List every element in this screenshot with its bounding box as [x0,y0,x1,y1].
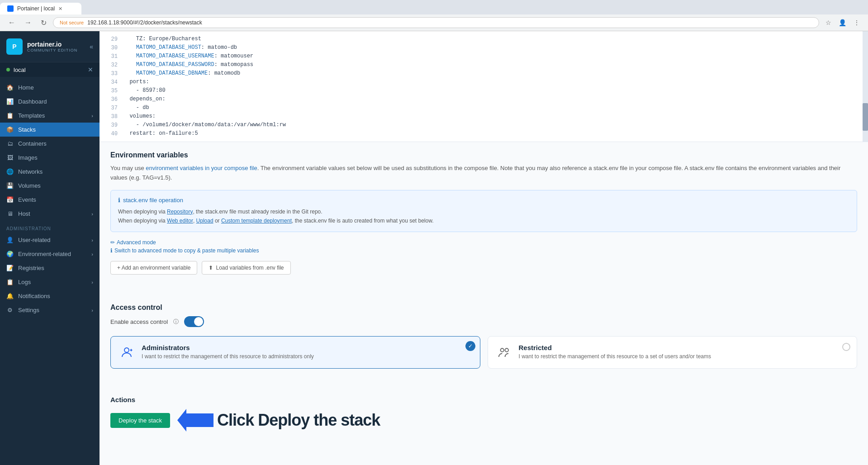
back-button[interactable]: ← [5,18,18,28]
env-vars-desc: You may use environment variables in you… [110,164,857,183]
code-line-40: 40 restart: on-failure:5 [105,129,863,138]
sidebar-item-stacks[interactable]: 📦 Stacks [0,123,100,137]
active-tab[interactable]: Portainer | local ✕ [0,3,81,14]
toggle-knob [194,317,203,326]
dashboard-icon: 📊 [6,98,14,105]
sidebar-item-label: Templates [18,112,87,119]
main-content: 29 TZ: Europe/Bucharest 30 MATOMO_DATABA… [100,31,868,465]
switch-icon: ℹ [110,247,113,254]
containers-icon: 🗂 [6,140,14,147]
sidebar-logo-text: portainer.io COMMUNITY EDITION [27,41,77,52]
svg-point-4 [505,349,508,352]
web-editor-link[interactable]: Web editor [167,218,193,224]
chevron-down-icon: › [91,251,93,257]
env-close-button[interactable]: ✕ [88,66,93,73]
env-vars-buttons: + Add an environment variable ⬆ Load var… [110,261,857,275]
code-editor: 29 TZ: Europe/Bucharest 30 MATOMO_DATABA… [100,31,868,142]
sidebar-item-events[interactable]: 📅 Events [0,193,100,207]
code-line-33: 33 MATOMO_DATABASE_DBNAME: matomodb [105,69,863,78]
logs-icon: 📋 [6,279,14,285]
bookmark-button[interactable]: ☆ [823,18,834,27]
info-icon: ℹ [118,197,120,204]
access-control-toggle[interactable] [184,316,204,327]
env-info: local [6,66,26,73]
sidebar-collapse-button[interactable]: « [90,43,93,50]
code-line-38: 38 volumes: [105,112,863,121]
editor-scrollbar[interactable] [863,31,868,142]
sidebar-item-containers[interactable]: 🗂 Containers [0,137,100,151]
advanced-mode-link[interactable]: ✏ Advanced mode [110,239,857,246]
load-env-file-button[interactable]: ⬆ Load variables from .env file [202,261,290,275]
annotation-text: Click Deploy the stack [217,411,380,430]
registries-icon: 📝 [6,265,14,271]
reload-button[interactable]: ↻ [38,18,49,28]
address-bar[interactable]: Not secure 192.168.1.18:9000/#!/2/docker… [53,17,819,28]
sidebar-item-templates[interactable]: 📋 Templates › [0,109,100,123]
administrators-icon [118,344,135,361]
code-line-37: 37 - db [105,104,863,112]
code-line-31: 31 MATOMO_DATABASE_USERNAME: matomouser [105,52,863,61]
sidebar-item-dashboard[interactable]: 📊 Dashboard [0,95,100,109]
access-control-title: Access control [110,304,857,312]
env-vars-title: Environment variables [110,151,857,159]
code-line-29: 29 TZ: Europe/Bucharest [105,35,863,43]
sidebar-item-label: Registries [18,265,93,271]
actions-section: Actions Deploy the stack Click Deploy th… [100,389,868,442]
tab-title: Portainer | local [17,5,55,12]
arrow-annotation-icon [177,409,213,432]
deploy-stack-button[interactable]: Deploy the stack [110,413,170,428]
chevron-down-icon: › [91,308,93,313]
sidebar-item-logs[interactable]: 📋 Logs › [0,275,100,289]
add-env-variable-button[interactable]: + Add an environment variable [110,261,197,275]
browser-toolbar: ← → ↻ Not secure 192.168.1.18:9000/#!/2/… [0,14,868,31]
sidebar-item-volumes[interactable]: 💾 Volumes [0,179,100,193]
settings-icon: ⚙ [6,307,14,313]
user-icon: 👤 [6,237,14,243]
actions-title: Actions [110,396,857,403]
sidebar-item-registries[interactable]: 📝 Registries [0,261,100,275]
sidebar-item-home[interactable]: 🏠 Home [0,81,100,95]
portainer-logo-icon: P [6,38,23,55]
switch-mode-link[interactable]: ℹ Switch to advanced mode to copy & past… [110,247,857,254]
forward-button[interactable]: → [22,18,34,28]
url-display: 192.168.1.18:9000/#!/2/docker/stacks/new… [87,19,202,26]
deploy-annotation: Click Deploy the stack [177,409,380,432]
administrators-title: Administrators [142,344,314,351]
sidebar-item-notifications[interactable]: 🔔 Notifications [0,289,100,303]
tab-close-button[interactable]: ✕ [58,6,62,12]
access-control-help-icon: ⓘ [173,318,179,326]
upload-link[interactable]: Upload [196,218,213,224]
svg-point-0 [124,348,129,352]
sidebar-item-environment-related[interactable]: 🌍 Environment-related › [0,247,100,261]
sidebar-item-settings[interactable]: ⚙ Settings › [0,303,100,317]
administrators-info: Administrators I want to restrict the ma… [142,344,314,360]
volumes-icon: 💾 [6,182,14,189]
code-line-30: 30 MATOMO_DATABASE_HOST: matomo-db [105,43,863,52]
restricted-desc: I want to restrict the management of thi… [519,353,711,360]
sidebar-item-label: Home [18,84,93,91]
sidebar-item-label: Images [18,154,93,161]
administrators-desc: I want to restrict the management of thi… [142,353,314,360]
restricted-card[interactable]: Restricted I want to restrict the manage… [488,336,858,369]
actions-row: Deploy the stack Click Deploy the stack [110,409,857,432]
repository-link[interactable]: Repository [167,209,193,215]
sidebar-item-label: User-related [18,237,87,243]
sidebar-item-networks[interactable]: 🌐 Networks [0,165,100,179]
sidebar-item-host[interactable]: 🖥 Host › [0,207,100,221]
app-container: P portainer.io COMMUNITY EDITION « local… [0,31,868,465]
restricted-title: Restricted [519,344,711,351]
env-vars-link[interactable]: environment variables in your compose fi… [146,165,257,171]
sidebar-item-label: Settings [18,307,87,313]
menu-button[interactable]: ⋮ [851,18,863,27]
environment-icon: 🌍 [6,251,14,257]
sidebar-item-user-related[interactable]: 👤 User-related › [0,233,100,247]
sidebar-item-images[interactable]: 🖼 Images [0,151,100,165]
browser-chrome: Portainer | local ✕ ← → ↻ Not secure 192… [0,0,868,31]
restricted-radio[interactable] [842,343,850,351]
profile-button[interactable]: 👤 [836,18,849,27]
administrators-card[interactable]: Administrators I want to restrict the ma… [110,336,480,369]
upload-icon: ⬆ [209,265,213,271]
access-control-section: Access control Enable access control ⓘ [100,294,868,389]
custom-template-link[interactable]: Custom template deployment [221,218,292,224]
sidebar-item-label: Stacks [18,126,93,133]
